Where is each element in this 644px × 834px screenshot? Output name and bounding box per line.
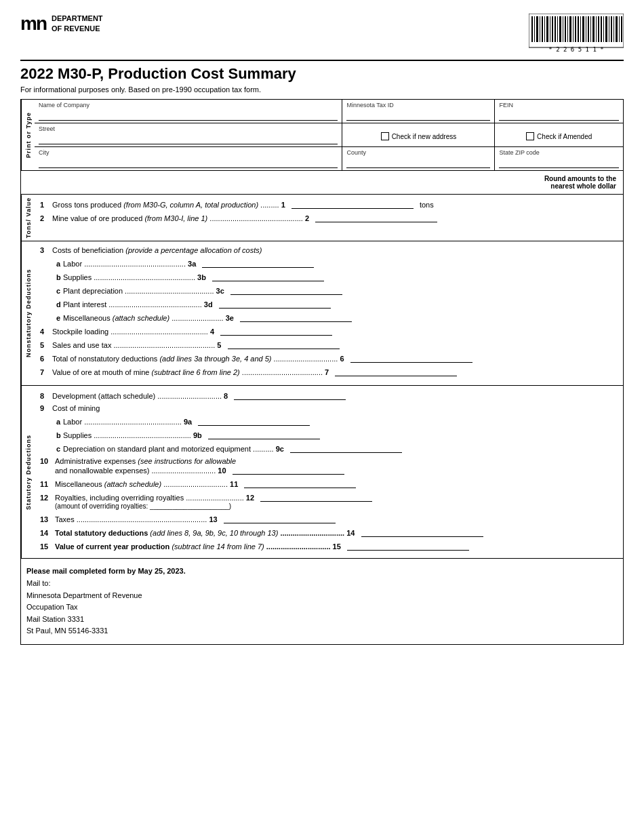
line-6: 6 Total of nonstatutory deductions (add … bbox=[35, 351, 623, 365]
check-amended-row: Check if Amended bbox=[526, 132, 592, 140]
svg-rect-20 bbox=[580, 16, 581, 42]
county-field[interactable]: County bbox=[342, 147, 495, 170]
street-field[interactable]: Street bbox=[35, 123, 342, 146]
line-11-text: Miscellaneous (attach schedule) ........… bbox=[55, 479, 618, 488]
line-2-num: 2 bbox=[40, 214, 52, 222]
state-zip-value[interactable] bbox=[499, 157, 619, 168]
svg-rect-9 bbox=[552, 16, 553, 42]
line-9-text: Cost of mining bbox=[52, 404, 618, 412]
check-amended-label: Check if Amended bbox=[537, 133, 592, 140]
company-row-3: City County State ZIP code bbox=[35, 147, 623, 170]
line-14: 14 Total statutory deductions (add lines… bbox=[35, 525, 623, 539]
footer-dept-name: Minnesota Department of Revenue bbox=[26, 590, 618, 602]
city-value[interactable] bbox=[39, 157, 338, 168]
svg-rect-27 bbox=[598, 16, 599, 42]
svg-rect-23 bbox=[588, 16, 589, 42]
svg-rect-28 bbox=[601, 16, 602, 42]
line-9b-sub: b bbox=[51, 431, 63, 439]
svg-rect-35 bbox=[619, 16, 620, 42]
mn-tax-value[interactable] bbox=[346, 110, 490, 121]
footer-address: St Paul, MN 55146-3331 bbox=[26, 625, 618, 637]
line-4-num: 4 bbox=[40, 327, 52, 336]
barcode-image: * 2 2 6 5 1 1 * bbox=[529, 14, 624, 54]
svg-rect-4 bbox=[540, 16, 540, 42]
stat-content: 8 Development (attach schedule) ........… bbox=[35, 386, 623, 558]
svg-rect-8 bbox=[550, 16, 550, 42]
company-row-1: Name of Company Minnesota Tax ID FEIN bbox=[35, 100, 623, 123]
county-label: County bbox=[346, 149, 490, 156]
company-row-2: Street Check if new address Check if Ame… bbox=[35, 123, 623, 147]
line-12-num: 12 bbox=[40, 494, 55, 502]
mn-logo: mn bbox=[20, 14, 46, 33]
mn-tax-id-field[interactable]: Minnesota Tax ID bbox=[342, 100, 495, 123]
fein-value[interactable] bbox=[499, 110, 619, 121]
line-3b: b Supplies .............................… bbox=[35, 270, 623, 283]
tons-value-label: Tons/ Value bbox=[21, 195, 35, 241]
svg-rect-16 bbox=[569, 16, 571, 42]
svg-rect-21 bbox=[582, 16, 584, 42]
mn-tax-label: Minnesota Tax ID bbox=[346, 102, 490, 108]
name-of-company-field[interactable]: Name of Company bbox=[35, 100, 342, 123]
form-title: 2022 M30-P, Production Cost Summary bbox=[20, 60, 624, 83]
line-15-num: 15 bbox=[40, 542, 55, 551]
name-label: Name of Company bbox=[39, 102, 338, 108]
svg-rect-15 bbox=[567, 16, 568, 42]
line-3c-sub: c bbox=[51, 287, 63, 295]
svg-rect-18 bbox=[575, 16, 576, 42]
street-value[interactable] bbox=[39, 134, 338, 144]
line-10: 10 Administrative expenses (see instruct… bbox=[35, 455, 623, 477]
line-5-num: 5 bbox=[40, 341, 52, 349]
line-6-num: 6 bbox=[40, 355, 52, 363]
line-7-num: 7 bbox=[40, 368, 52, 376]
line-3b-text: Supplies ...............................… bbox=[63, 272, 618, 281]
svg-rect-25 bbox=[592, 16, 595, 42]
check-new-address-checkbox[interactable] bbox=[381, 132, 389, 140]
line-14-num: 14 bbox=[40, 529, 55, 537]
svg-rect-31 bbox=[609, 16, 609, 42]
svg-rect-7 bbox=[546, 16, 548, 42]
line-3-num: 3 bbox=[40, 246, 52, 254]
line-3-header: 3 Costs of beneficiation (provide a perc… bbox=[35, 244, 623, 256]
line-3e-text: Miscellaneous (attach schedule) ........… bbox=[63, 313, 618, 322]
name-value[interactable] bbox=[39, 110, 338, 121]
line-3a: a Labor ................................… bbox=[35, 256, 623, 270]
line-1-text: Gross tons produced (from M30-G, column … bbox=[52, 199, 618, 209]
state-zip-label: State ZIP code bbox=[499, 149, 619, 156]
line-9b: b Supplies .............................… bbox=[35, 428, 623, 441]
line-3-text: Costs of beneficiation (provide a percen… bbox=[52, 246, 618, 254]
nonstat-label: Nonstatutory Deductions bbox=[21, 241, 35, 385]
svg-rect-29 bbox=[603, 16, 604, 42]
line-15-text: Value of current year production (subtra… bbox=[55, 541, 618, 551]
line-13-text: Taxes ..................................… bbox=[55, 514, 618, 523]
line-3d-sub: d bbox=[51, 300, 63, 309]
footer-mail-to: Mail to: bbox=[26, 578, 618, 590]
form-subtitle: For informational purposes only. Based o… bbox=[20, 85, 624, 94]
svg-rect-19 bbox=[578, 16, 579, 42]
svg-rect-6 bbox=[544, 16, 545, 42]
county-value[interactable] bbox=[346, 157, 490, 168]
svg-rect-1 bbox=[531, 16, 533, 42]
check-amended-checkbox[interactable] bbox=[526, 132, 534, 140]
line-3a-text: Labor ..................................… bbox=[63, 258, 618, 268]
svg-rect-5 bbox=[542, 16, 543, 42]
state-zip-field[interactable]: State ZIP code bbox=[495, 147, 623, 170]
line-12-text: Royalties, including overriding royaltie… bbox=[55, 492, 618, 510]
form-wrapper: Print or Type Name of Company Minnesota … bbox=[20, 99, 624, 645]
svg-rect-30 bbox=[605, 16, 607, 42]
svg-rect-10 bbox=[555, 16, 556, 42]
svg-rect-22 bbox=[586, 16, 586, 42]
svg-rect-32 bbox=[611, 16, 612, 42]
nonstat-content: 3 Costs of beneficiation (provide a perc… bbox=[35, 241, 623, 385]
line-3e: e Miscellaneous (attach schedule) ......… bbox=[35, 311, 623, 324]
fein-field[interactable]: FEIN bbox=[495, 100, 623, 123]
line-3d: d Plant interest .......................… bbox=[35, 297, 623, 311]
line-11-num: 11 bbox=[40, 480, 55, 488]
tons-content: 1 Gross tons produced (from M30-G, colum… bbox=[35, 195, 623, 241]
svg-rect-3 bbox=[536, 16, 538, 42]
city-field[interactable]: City bbox=[35, 147, 342, 170]
check-amended-field[interactable]: Check if Amended bbox=[495, 123, 623, 146]
line-4: 4 Stockpile loading ....................… bbox=[35, 324, 623, 338]
line-9-num: 9 bbox=[40, 404, 52, 412]
street-label: Street bbox=[39, 125, 338, 132]
check-new-address-field[interactable]: Check if new address bbox=[342, 123, 495, 146]
